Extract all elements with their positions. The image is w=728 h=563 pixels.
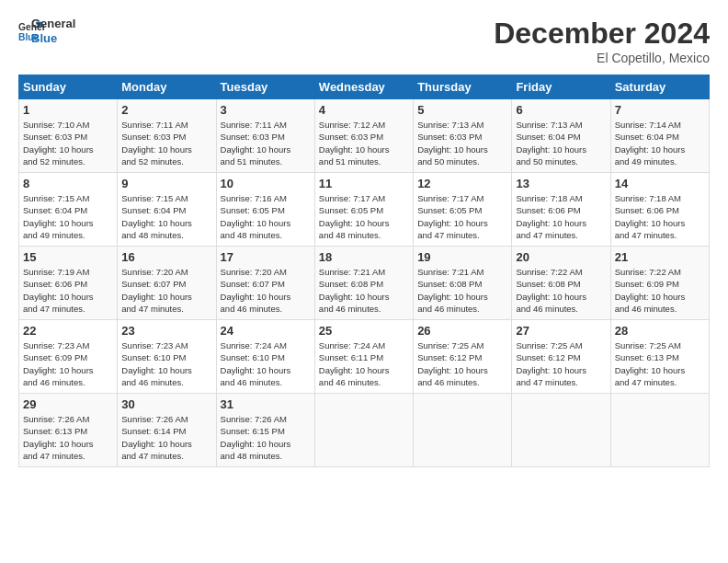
week-row-3: 15Sunrise: 7:19 AMSunset: 6:06 PMDayligh…	[19, 247, 710, 320]
day-number: 11	[319, 177, 409, 190]
calendar-cell: 6Sunrise: 7:13 AMSunset: 6:04 PMDaylight…	[512, 99, 610, 173]
day-number: 13	[516, 177, 606, 190]
day-number: 29	[23, 397, 113, 411]
cell-info: Sunrise: 7:18 AMSunset: 6:06 PMDaylight:…	[516, 193, 586, 240]
cell-info: Sunrise: 7:26 AMSunset: 6:14 PMDaylight:…	[121, 414, 192, 461]
cell-info: Sunrise: 7:22 AMSunset: 6:08 PMDaylight:…	[516, 267, 586, 314]
calendar-cell: 30Sunrise: 7:26 AMSunset: 6:14 PMDayligh…	[118, 394, 216, 467]
calendar-cell: 13Sunrise: 7:18 AMSunset: 6:06 PMDayligh…	[512, 173, 610, 247]
day-number: 14	[615, 177, 705, 190]
cell-info: Sunrise: 7:17 AMSunset: 6:05 PMDaylight:…	[417, 193, 488, 240]
day-number: 3	[221, 103, 311, 117]
header-monday: Monday	[118, 75, 216, 99]
cell-info: Sunrise: 7:15 AMSunset: 6:04 PMDaylight:…	[23, 193, 94, 240]
day-number: 2	[121, 103, 211, 117]
day-number: 7	[615, 103, 705, 117]
cell-info: Sunrise: 7:19 AMSunset: 6:06 PMDaylight:…	[23, 267, 94, 314]
location: El Copetillo, Mexico	[494, 51, 710, 65]
cell-info: Sunrise: 7:23 AMSunset: 6:10 PMDaylight:…	[121, 340, 192, 387]
calendar-cell: 23Sunrise: 7:23 AMSunset: 6:10 PMDayligh…	[118, 320, 216, 394]
header-tuesday: Tuesday	[216, 75, 314, 99]
calendar-cell: 25Sunrise: 7:24 AMSunset: 6:11 PMDayligh…	[314, 320, 413, 394]
day-number: 8	[23, 177, 113, 190]
calendar-cell: 20Sunrise: 7:22 AMSunset: 6:08 PMDayligh…	[512, 247, 610, 320]
day-number: 5	[417, 103, 507, 117]
week-row-1: 1Sunrise: 7:10 AMSunset: 6:03 PMDaylight…	[19, 99, 710, 173]
day-number: 15	[23, 250, 113, 264]
day-number: 24	[221, 324, 311, 338]
calendar-cell: 11Sunrise: 7:17 AMSunset: 6:05 PMDayligh…	[314, 173, 413, 247]
cell-info: Sunrise: 7:22 AMSunset: 6:09 PMDaylight:…	[615, 267, 686, 314]
calendar-cell	[314, 394, 413, 467]
logo-line2: Blue	[31, 31, 75, 46]
calendar-cell: 24Sunrise: 7:24 AMSunset: 6:10 PMDayligh…	[216, 320, 314, 394]
calendar-cell: 28Sunrise: 7:25 AMSunset: 6:13 PMDayligh…	[610, 320, 709, 394]
cell-info: Sunrise: 7:26 AMSunset: 6:15 PMDaylight:…	[221, 414, 291, 461]
day-number: 28	[615, 324, 705, 338]
header-thursday: Thursday	[414, 75, 512, 99]
week-row-5: 29Sunrise: 7:26 AMSunset: 6:13 PMDayligh…	[19, 394, 710, 467]
cell-info: Sunrise: 7:13 AMSunset: 6:04 PMDaylight:…	[516, 120, 586, 167]
calendar-cell: 18Sunrise: 7:21 AMSunset: 6:08 PMDayligh…	[314, 247, 413, 320]
header-wednesday: Wednesday	[314, 75, 413, 99]
cell-info: Sunrise: 7:16 AMSunset: 6:05 PMDaylight:…	[221, 193, 291, 240]
calendar-cell: 15Sunrise: 7:19 AMSunset: 6:06 PMDayligh…	[19, 247, 118, 320]
month-title: December 2024	[494, 17, 710, 51]
calendar-cell: 31Sunrise: 7:26 AMSunset: 6:15 PMDayligh…	[216, 394, 314, 467]
day-number: 12	[417, 177, 507, 190]
calendar-cell: 19Sunrise: 7:21 AMSunset: 6:08 PMDayligh…	[414, 247, 512, 320]
cell-info: Sunrise: 7:21 AMSunset: 6:08 PMDaylight:…	[319, 267, 390, 314]
cell-info: Sunrise: 7:20 AMSunset: 6:07 PMDaylight:…	[121, 267, 192, 314]
calendar-cell: 4Sunrise: 7:12 AMSunset: 6:03 PMDaylight…	[314, 99, 413, 173]
day-number: 22	[23, 324, 113, 338]
header-friday: Friday	[512, 75, 610, 99]
calendar-cell: 27Sunrise: 7:25 AMSunset: 6:12 PMDayligh…	[512, 320, 610, 394]
logo-line1: General	[31, 17, 75, 31]
logo: General Blue General Blue	[18, 17, 75, 45]
cell-info: Sunrise: 7:14 AMSunset: 6:04 PMDaylight:…	[615, 120, 686, 167]
calendar-cell: 29Sunrise: 7:26 AMSunset: 6:13 PMDayligh…	[19, 394, 118, 467]
calendar-header-row: SundayMondayTuesdayWednesdayThursdayFrid…	[19, 75, 710, 99]
cell-info: Sunrise: 7:24 AMSunset: 6:11 PMDaylight:…	[319, 340, 390, 387]
cell-info: Sunrise: 7:23 AMSunset: 6:09 PMDaylight:…	[23, 340, 94, 387]
calendar-cell: 9Sunrise: 7:15 AMSunset: 6:04 PMDaylight…	[118, 173, 216, 247]
day-number: 17	[221, 250, 311, 264]
header-sunday: Sunday	[19, 75, 118, 99]
day-number: 21	[615, 250, 705, 264]
day-number: 4	[319, 103, 409, 117]
day-number: 16	[121, 250, 211, 264]
calendar-cell: 2Sunrise: 7:11 AMSunset: 6:03 PMDaylight…	[118, 99, 216, 173]
day-number: 30	[121, 397, 211, 411]
page: General Blue General Blue December 2024 …	[0, 0, 728, 477]
day-number: 9	[121, 177, 211, 190]
day-number: 18	[319, 250, 409, 264]
calendar-cell: 21Sunrise: 7:22 AMSunset: 6:09 PMDayligh…	[610, 247, 709, 320]
week-row-4: 22Sunrise: 7:23 AMSunset: 6:09 PMDayligh…	[19, 320, 710, 394]
day-number: 23	[121, 324, 211, 338]
calendar-cell: 8Sunrise: 7:15 AMSunset: 6:04 PMDaylight…	[19, 173, 118, 247]
cell-info: Sunrise: 7:21 AMSunset: 6:08 PMDaylight:…	[417, 267, 488, 314]
day-number: 25	[319, 324, 409, 338]
header: General Blue General Blue December 2024 …	[18, 17, 710, 65]
cell-info: Sunrise: 7:26 AMSunset: 6:13 PMDaylight:…	[23, 414, 94, 461]
cell-info: Sunrise: 7:12 AMSunset: 6:03 PMDaylight:…	[319, 120, 390, 167]
cell-info: Sunrise: 7:25 AMSunset: 6:12 PMDaylight:…	[516, 340, 586, 387]
day-number: 1	[23, 103, 113, 117]
calendar-table: SundayMondayTuesdayWednesdayThursdayFrid…	[18, 75, 710, 467]
cell-info: Sunrise: 7:17 AMSunset: 6:05 PMDaylight:…	[319, 193, 390, 240]
cell-info: Sunrise: 7:13 AMSunset: 6:03 PMDaylight:…	[417, 120, 488, 167]
calendar-cell: 14Sunrise: 7:18 AMSunset: 6:06 PMDayligh…	[610, 173, 709, 247]
day-number: 31	[221, 397, 311, 411]
day-number: 19	[417, 250, 507, 264]
calendar-cell: 3Sunrise: 7:11 AMSunset: 6:03 PMDaylight…	[216, 99, 314, 173]
calendar-cell: 1Sunrise: 7:10 AMSunset: 6:03 PMDaylight…	[19, 99, 118, 173]
cell-info: Sunrise: 7:11 AMSunset: 6:03 PMDaylight:…	[121, 120, 192, 167]
calendar-cell: 7Sunrise: 7:14 AMSunset: 6:04 PMDaylight…	[610, 99, 709, 173]
cell-info: Sunrise: 7:10 AMSunset: 6:03 PMDaylight:…	[23, 120, 94, 167]
day-number: 26	[417, 324, 507, 338]
cell-info: Sunrise: 7:25 AMSunset: 6:13 PMDaylight:…	[615, 340, 686, 387]
cell-info: Sunrise: 7:25 AMSunset: 6:12 PMDaylight:…	[417, 340, 488, 387]
title-block: December 2024 El Copetillo, Mexico	[494, 17, 710, 65]
header-saturday: Saturday	[610, 75, 709, 99]
calendar-cell	[414, 394, 512, 467]
